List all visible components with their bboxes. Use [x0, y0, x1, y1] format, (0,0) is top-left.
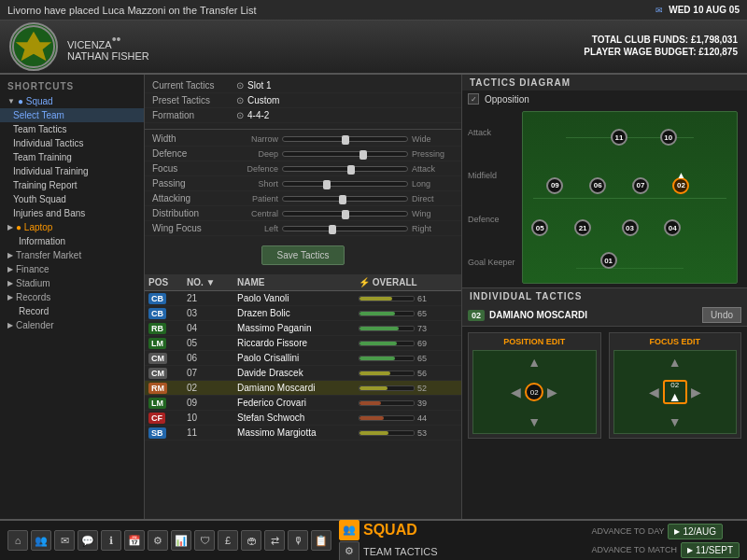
- sidebar-item-training-report[interactable]: Training Report: [0, 178, 144, 192]
- icon-transfer[interactable]: ⇄: [264, 530, 285, 551]
- shortcuts-label: SHORTCUTS: [0, 78, 144, 94]
- sidebar-group-transfer[interactable]: ▶Transfer Market: [0, 248, 144, 262]
- icon-shield[interactable]: 🛡: [194, 530, 215, 551]
- table-row[interactable]: RM 02 Damiano Moscardi 52: [145, 381, 461, 396]
- tactics-diagram-title: TACTICS DIAGRAM: [462, 75, 747, 91]
- sidebar-item-team-tactics[interactable]: Team Tactics: [0, 122, 144, 136]
- player-02[interactable]: 02 ▲: [672, 177, 689, 194]
- player-num: 21: [183, 291, 233, 306]
- icon-info[interactable]: ℹ: [101, 530, 121, 551]
- nav-labels: 👥 SQUAD ⚙ TEAM TACTICS: [339, 520, 438, 561]
- player-11[interactable]: 11: [611, 129, 627, 146]
- position-edit-box: POSITION EDIT ▲ ◀ 02 ▶ ▼: [468, 332, 601, 439]
- focus-edit-box: FOCUS EDIT ▲ ◀ 02 ▲ ▶ ▼: [609, 332, 742, 439]
- table-row[interactable]: LM 09 Federico Crovari 39: [145, 396, 461, 411]
- undo-button[interactable]: Undo: [702, 307, 741, 323]
- player-overall: 69: [355, 336, 461, 351]
- focus-arrow-left[interactable]: ◀: [649, 385, 659, 399]
- sidebar-group-calender[interactable]: ▶Calender: [0, 318, 144, 332]
- table-row[interactable]: CF 10 Stefan Schwoch 44: [145, 411, 461, 426]
- sidebar-item-record[interactable]: Record: [0, 304, 144, 318]
- sidebar-item-information[interactable]: Information: [0, 234, 144, 248]
- player-06[interactable]: 06: [589, 177, 606, 194]
- sidebar-item-select-team[interactable]: Select Team: [0, 108, 144, 122]
- icon-money[interactable]: £: [218, 530, 238, 551]
- icon-stats[interactable]: 📊: [171, 530, 191, 551]
- table-row[interactable]: SB 11 Massimo Margiotta 53: [145, 426, 461, 441]
- advance-match-btn[interactable]: ADVANCE TO MATCH ▶ 11/SEPT: [592, 542, 740, 558]
- player-pos: LM: [145, 336, 183, 351]
- icon-chat[interactable]: 💬: [78, 530, 98, 551]
- col-pos[interactable]: POS: [145, 274, 183, 291]
- advance-day-btn[interactable]: ADVANCE TO DAY ▶ 12/AUG: [592, 524, 740, 539]
- icon-media[interactable]: 🎙: [288, 530, 308, 551]
- player-name: Federico Crovari: [233, 396, 355, 411]
- player-01[interactable]: 01: [600, 252, 617, 269]
- player-pos: SB: [145, 426, 183, 441]
- label-attack: Attack: [468, 128, 519, 137]
- player-09[interactable]: 09: [546, 177, 563, 194]
- advance-section: ADVANCE TO DAY ▶ 12/AUG ADVANCE TO MATCH…: [592, 524, 740, 558]
- sidebar-item-individual-tactics[interactable]: Individual Tactics: [0, 136, 144, 150]
- col-num[interactable]: NO. ▼: [183, 274, 233, 291]
- advance-match-text: ADVANCE TO MATCH: [592, 545, 677, 554]
- col-name[interactable]: NAME: [233, 274, 355, 291]
- sidebar-item-team-training[interactable]: Team Training: [0, 150, 144, 164]
- player-21[interactable]: 21: [574, 219, 591, 236]
- sidebar-group-finance[interactable]: ▶Finance: [0, 262, 144, 276]
- icon-squad[interactable]: 👥: [31, 530, 51, 551]
- player-overall: 56: [355, 366, 461, 381]
- advance-day-date[interactable]: ▶ 12/AUG: [668, 524, 723, 539]
- icon-calendar[interactable]: 📅: [124, 530, 145, 551]
- sidebar-group-squad[interactable]: ▼ ● Squad: [0, 94, 144, 108]
- icon-mail[interactable]: ✉: [54, 530, 75, 551]
- table-row[interactable]: LM 05 Riccardo Fissore 69: [145, 336, 461, 351]
- focus-arrow-right[interactable]: ▶: [691, 385, 701, 399]
- player-03[interactable]: 03: [622, 219, 639, 236]
- tactics-panel: Current Tactics ⊙ Slot 1 Preset Tactics …: [145, 75, 462, 519]
- focus-arrow-up[interactable]: ▲: [669, 355, 682, 370]
- icon-team-tactics[interactable]: ⚙: [339, 541, 359, 561]
- advance-day-text: ADVANCE TO DAY: [592, 526, 665, 536]
- opposition-checkbox[interactable]: ✓: [468, 93, 479, 105]
- sidebar-item-youth-squad[interactable]: Youth Squad: [0, 192, 144, 206]
- focus-indicator: 02 ▲: [663, 380, 687, 404]
- sidebar-group-stadium[interactable]: ▶Stadium: [0, 276, 144, 290]
- icon-settings[interactable]: ⚙: [148, 530, 168, 551]
- col-overall[interactable]: ⚡ OVERALL: [355, 274, 461, 291]
- table-row[interactable]: CM 07 Davide Drascek 56: [145, 366, 461, 381]
- table-row[interactable]: CB 03 Drazen Bolic 65: [145, 306, 461, 321]
- table-row[interactable]: CB 21 Paolo Vanoli 61: [145, 291, 461, 306]
- focus-arrow-down[interactable]: ▼: [669, 414, 682, 429]
- sidebar-group-laptop[interactable]: ▶● Laptop: [0, 220, 144, 234]
- player-overall: 39: [355, 396, 461, 411]
- sidebar-item-injuries[interactable]: Injuries and Bans: [0, 206, 144, 220]
- icon-stadium[interactable]: 🏟: [241, 530, 261, 551]
- table-row[interactable]: CM 06 Paolo Crisallini 65: [145, 351, 461, 366]
- formation-row: Formation ⊙ 4-4-2: [145, 108, 461, 123]
- table-row[interactable]: RB 04 Massimo Paganin 73: [145, 321, 461, 336]
- pos-arrow-left[interactable]: ◀: [511, 385, 521, 399]
- date-display: WED 10 AUG 05: [669, 5, 740, 15]
- player-num: 06: [183, 351, 233, 366]
- sidebar-group-records[interactable]: ▶Records: [0, 290, 144, 304]
- icon-home[interactable]: ⌂: [7, 530, 28, 551]
- pos-arrow-up[interactable]: ▲: [528, 355, 541, 370]
- slider-defence: Defence Deep Pressing: [145, 147, 461, 161]
- player-05[interactable]: 05: [531, 219, 548, 236]
- player-04[interactable]: 04: [664, 219, 681, 236]
- current-tactics-row: Current Tactics ⊙ Slot 1: [145, 78, 461, 93]
- pos-arrow-down[interactable]: ▼: [528, 414, 541, 429]
- save-tactics-button[interactable]: Save Tactics: [261, 245, 345, 265]
- sidebar-item-individual-training[interactable]: Individual Training: [0, 164, 144, 178]
- pos-arrow-right[interactable]: ▶: [547, 385, 557, 399]
- icon-board[interactable]: 📋: [311, 530, 331, 551]
- pos-indicator: 02: [525, 383, 543, 401]
- player-num: 09: [183, 396, 233, 411]
- player-overall: 73: [355, 321, 461, 336]
- player-10[interactable]: 10: [660, 129, 677, 146]
- advance-match-date[interactable]: ▶ 11/SEPT: [681, 542, 740, 558]
- icon-squad-active[interactable]: 👥: [339, 520, 359, 540]
- player-name: Stefan Schwoch: [233, 411, 355, 426]
- player-07[interactable]: 07: [632, 177, 649, 194]
